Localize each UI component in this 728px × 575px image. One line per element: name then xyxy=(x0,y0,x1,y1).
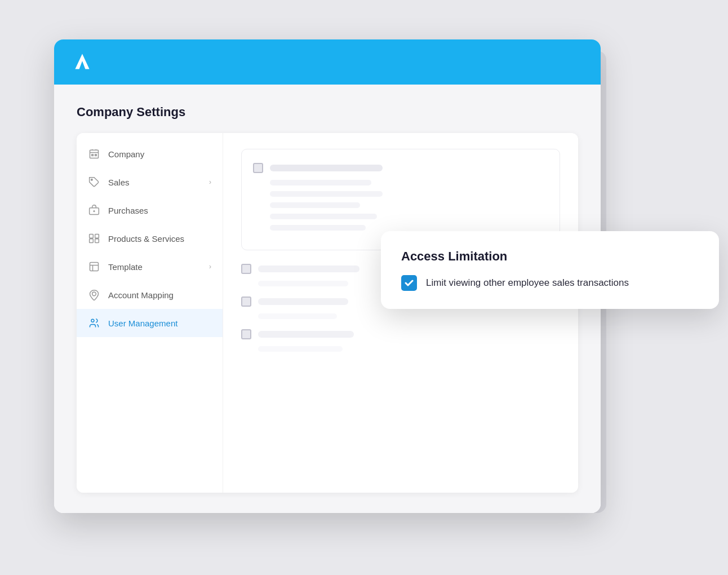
blur-sub-bottom-2 xyxy=(258,313,337,319)
sidebar-label-account-mapping: Account Mapping xyxy=(108,290,174,300)
sidebar-label-purchases: Purchases xyxy=(108,206,148,215)
svg-point-14 xyxy=(92,292,96,296)
blur-bar-1 xyxy=(270,165,383,171)
svg-rect-9 xyxy=(90,239,94,243)
sidebar-item-products-services[interactable]: Products & Services xyxy=(77,224,223,253)
cart-icon xyxy=(88,204,100,216)
popup-item: Limit viewing other employee sales trans… xyxy=(401,275,699,291)
chevron-icon-template: › xyxy=(209,263,211,271)
sidebar-item-purchases[interactable]: Purchases xyxy=(77,196,223,224)
blur-checkbox-bottom-2 xyxy=(241,297,251,307)
page-title: Company Settings xyxy=(77,105,578,120)
blur-bar-sub-4 xyxy=(270,214,377,219)
blur-checkbox-bottom-1 xyxy=(241,264,251,274)
blur-row-bottom-3 xyxy=(241,329,560,339)
popup-item-label: Limit viewing other employee sales trans… xyxy=(426,277,629,289)
chevron-icon-sales: › xyxy=(209,178,211,186)
sidebar-item-account-mapping[interactable]: Account Mapping xyxy=(77,281,223,309)
blur-sub-bottom-1 xyxy=(258,281,348,286)
blur-row-1 xyxy=(253,163,548,173)
sidebar-label-template: Template xyxy=(108,262,143,272)
blur-bar-bottom-2 xyxy=(258,298,348,305)
popup-card: Access Limitation Limit viewing other em… xyxy=(381,231,719,309)
logo xyxy=(70,50,95,74)
popup-title: Access Limitation xyxy=(401,249,699,264)
blur-sub-bottom-3 xyxy=(258,346,343,352)
blue-checkbox[interactable] xyxy=(401,275,417,291)
building-icon xyxy=(88,148,100,160)
svg-rect-10 xyxy=(95,239,99,243)
svg-rect-1 xyxy=(92,154,94,156)
scene: Company Settings xyxy=(54,39,674,536)
sidebar-item-company[interactable]: Company xyxy=(77,140,223,168)
main-panel xyxy=(223,133,578,493)
tag-icon xyxy=(88,176,100,188)
blur-bar-bottom-3 xyxy=(258,331,354,338)
sidebar-item-user-management[interactable]: User Management xyxy=(77,309,223,337)
svg-point-3 xyxy=(91,179,93,181)
checkmark-icon xyxy=(405,278,414,288)
blur-bar-sub-2 xyxy=(270,191,383,197)
svg-rect-2 xyxy=(95,154,97,156)
blur-bar-sub-5 xyxy=(270,225,366,231)
blur-bar-bottom-1 xyxy=(258,266,359,272)
blur-checkbox-bottom-3 xyxy=(241,329,251,339)
sidebar-label-products-services: Products & Services xyxy=(108,234,184,244)
sidebar-item-template[interactable]: Template › xyxy=(77,253,223,281)
blur-bar-sub-1 xyxy=(270,180,371,185)
svg-rect-0 xyxy=(90,150,99,158)
settings-container: Company Sales › xyxy=(77,133,578,493)
sidebar: Company Sales › xyxy=(77,133,223,493)
svg-point-15 xyxy=(91,319,94,322)
grid-icon xyxy=(88,232,100,245)
svg-rect-7 xyxy=(90,235,94,238)
top-bar xyxy=(54,39,601,85)
svg-rect-11 xyxy=(90,263,99,271)
sidebar-item-sales[interactable]: Sales › xyxy=(77,168,223,196)
sidebar-label-sales: Sales xyxy=(108,178,130,187)
sidebar-label-company: Company xyxy=(108,149,144,159)
users-icon xyxy=(88,317,100,329)
template-icon xyxy=(88,260,100,273)
map-icon xyxy=(88,289,100,301)
logo-svg xyxy=(72,52,92,72)
sidebar-label-user-management: User Management xyxy=(108,319,177,328)
blur-checkbox-1 xyxy=(253,163,263,173)
svg-rect-8 xyxy=(95,235,99,238)
blur-bar-sub-3 xyxy=(270,202,360,208)
